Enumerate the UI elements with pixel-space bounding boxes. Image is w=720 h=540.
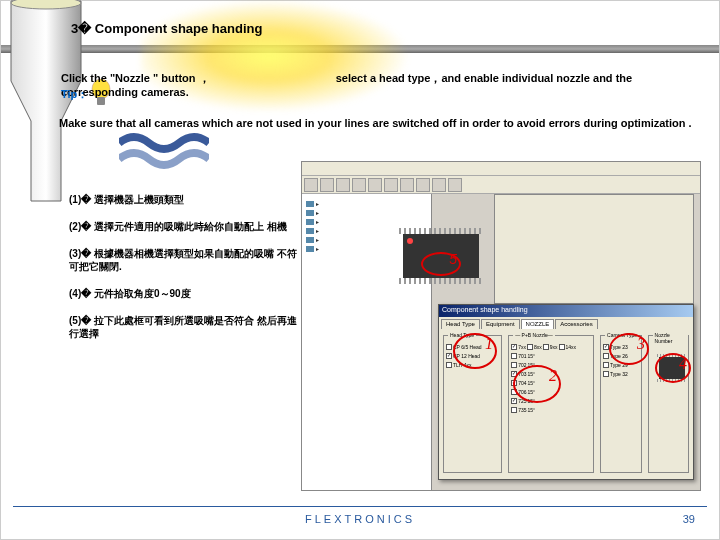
list-item: (2)� 選擇元件適用的吸嘴此時給你自動配上 相機 <box>69 220 299 233</box>
toolbar-button[interactable] <box>352 178 366 192</box>
toolbar-button[interactable] <box>416 178 430 192</box>
tree-item[interactable]: ▸ <box>306 218 427 225</box>
tree-panel[interactable]: ▸ ▸ ▸ ▸ ▸ ▸ 5 <box>302 194 432 490</box>
menubar[interactable] <box>302 162 700 176</box>
text: Click the "Nozzle " button ， <box>61 72 210 84</box>
toolbar-button[interactable] <box>400 178 414 192</box>
dialog-title: Component shape handling <box>439 305 693 317</box>
toolbar-button[interactable] <box>320 178 334 192</box>
toolbar-button[interactable] <box>432 178 446 192</box>
instruction-list: (1)� 選擇機器上機頭類型 (2)� 選擇元件適用的吸嘴此時給你自動配上 相機… <box>69 193 299 354</box>
tab[interactable]: NOZZLE <box>521 319 555 329</box>
page-number: 39 <box>683 513 695 525</box>
annotation-1: 1 <box>453 333 497 369</box>
tab[interactable]: Head Type <box>441 319 480 329</box>
annotation-5: 5 <box>421 252 461 276</box>
annotation-3: 3 <box>609 333 649 365</box>
properties-panel[interactable] <box>494 194 694 304</box>
instruction-line-1: Click the "Nozzle " button ， select a he… <box>61 71 709 98</box>
nozzle-dialog: Component shape handling Head Type Equip… <box>438 304 694 480</box>
annotation-2: 2 <box>513 365 561 403</box>
toolbar-button[interactable] <box>368 178 382 192</box>
nozzle-panel: — P+B Nozzle— 7xx8xx9xx14xx 70115° 70215… <box>508 335 594 473</box>
panel-label: Nozzle Number <box>653 332 688 344</box>
check-row[interactable]: Type 32 <box>603 369 638 378</box>
tab[interactable]: Accessories <box>555 319 597 329</box>
dialog-body: Head Type CP 6/5 Head CP 12 Head TLH 4xx… <box>439 329 693 479</box>
panel-label: — P+B Nozzle— <box>513 332 555 338</box>
tab[interactable]: Equipment <box>481 319 520 329</box>
toolbar-button[interactable] <box>448 178 462 192</box>
toolbar-button[interactable] <box>384 178 398 192</box>
list-item: (3)� 根據機器相機選擇類型如果自動配的吸嘴 不符可把它關閉. <box>69 247 299 273</box>
svg-point-0 <box>11 0 81 9</box>
tree-item[interactable]: ▸ <box>306 200 427 207</box>
embedded-screenshot: ▸ ▸ ▸ ▸ ▸ ▸ 5 Component shape handling H… <box>301 161 701 491</box>
annotation-4: 4 <box>655 353 691 383</box>
list-item: (5)� 拉下此處框可看到所選吸嘴是否符合 然后再進行選擇 <box>69 314 299 340</box>
tree-item[interactable]: ▸ <box>306 209 427 216</box>
section-title: 3� Component shape handing <box>71 21 262 36</box>
instruction-line-2: Make sure that all cameras which are not… <box>59 117 709 129</box>
list-item: (1)� 選擇機器上機頭類型 <box>69 193 299 206</box>
check-row[interactable]: 73515° <box>511 405 591 414</box>
toolbar-button[interactable] <box>336 178 350 192</box>
footer-logo: FLEXTRONICS <box>1 513 719 525</box>
svg-rect-2 <box>97 97 105 105</box>
toolbar-button[interactable] <box>304 178 318 192</box>
dialog-tabs[interactable]: Head Type Equipment NOZZLE Accessories <box>439 317 693 329</box>
list-item: (4)� 元件拾取角度0～90度 <box>69 287 299 300</box>
footer-divider <box>13 506 707 507</box>
toolbar[interactable] <box>302 176 700 194</box>
check-row[interactable]: 70115° <box>511 351 591 360</box>
tip-label: Tip： <box>61 87 88 102</box>
wave-graphic <box>119 131 209 171</box>
